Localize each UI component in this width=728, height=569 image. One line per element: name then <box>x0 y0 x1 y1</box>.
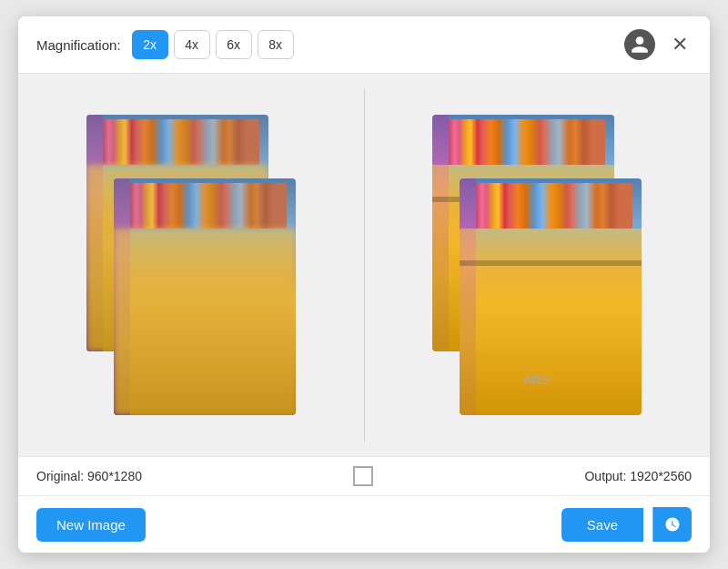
mag-6x-button[interactable]: 6x <box>216 30 252 59</box>
compare-icon[interactable] <box>353 466 373 486</box>
magnification-buttons: 2x 4x 6x 8x <box>132 30 294 59</box>
info-bar: Original: 960*1280 Output: 1920*2560 <box>18 456 710 495</box>
original-info: Original: 960*1280 <box>36 469 142 483</box>
user-avatar-icon[interactable] <box>624 29 655 60</box>
toolbar: Magnification: 2x 4x 6x 8x ✕ <box>18 16 710 74</box>
original-image-front <box>114 178 296 415</box>
original-image-stack <box>86 115 296 415</box>
output-image-stack <box>432 115 642 415</box>
magnification-label: Magnification: <box>36 37 121 53</box>
content-area: After <box>18 74 710 456</box>
new-image-button[interactable]: New Image <box>36 508 146 542</box>
output-image-panel: After <box>379 88 696 442</box>
clock-icon <box>664 516 681 533</box>
history-button[interactable] <box>652 507 692 542</box>
main-dialog: Magnification: 2x 4x 6x 8x ✕ <box>18 16 710 553</box>
original-image-panel <box>33 88 349 442</box>
mag-2x-button[interactable]: 2x <box>132 30 168 59</box>
output-info: Output: 1920*2560 <box>584 469 692 483</box>
close-button[interactable]: ✕ <box>668 31 692 58</box>
after-label: After <box>523 372 551 387</box>
mag-4x-button[interactable]: 4x <box>174 30 210 59</box>
save-button[interactable]: Save <box>561 508 643 542</box>
panel-divider <box>364 88 365 442</box>
footer: New Image Save <box>18 495 710 553</box>
mag-8x-button[interactable]: 8x <box>258 30 294 59</box>
